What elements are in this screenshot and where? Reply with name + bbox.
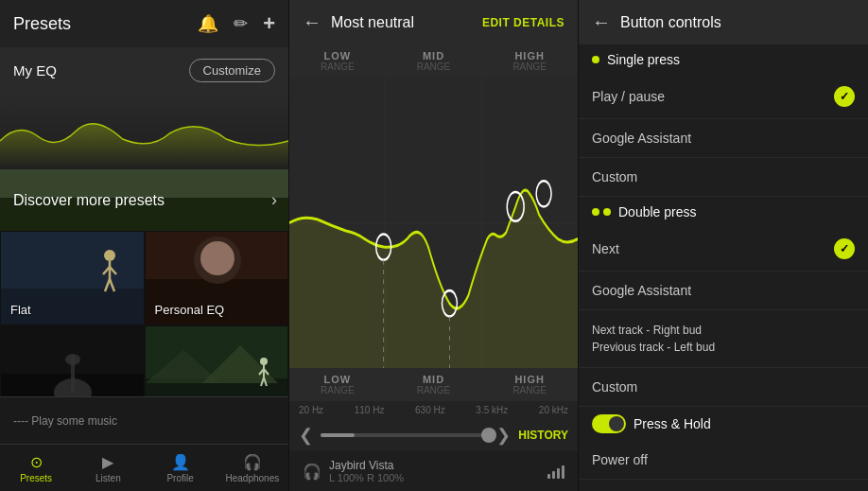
presets-body: Discover more presets › bbox=[0, 169, 288, 396]
control-google-assistant-double[interactable]: Google Assistant bbox=[579, 272, 868, 310]
bottom-nav: ⊙ Presets ▶ Listen 👤 Profile 🎧 Headphone… bbox=[0, 444, 288, 491]
history-button[interactable]: HISTORY bbox=[518, 429, 568, 442]
single-press-title: Single press bbox=[607, 52, 680, 67]
svg-point-22 bbox=[65, 354, 80, 365]
vol-bar-4 bbox=[562, 465, 564, 479]
play-pause-check: ✓ bbox=[834, 86, 855, 107]
play-status-text: ---- Play some music bbox=[13, 414, 117, 428]
control-play-pause[interactable]: Play / pause ✓ bbox=[579, 75, 868, 119]
profile-tab-icon: 👤 bbox=[171, 453, 190, 471]
profile-tab-label: Profile bbox=[166, 473, 193, 483]
preset-personal-eq[interactable]: Personal EQ bbox=[145, 231, 289, 325]
eq-volume-controls: ❮ ❯ HISTORY bbox=[289, 419, 578, 451]
add-icon[interactable]: + bbox=[263, 11, 275, 36]
bell-icon[interactable]: 🔔 bbox=[198, 13, 218, 34]
eq-wave-display bbox=[0, 94, 288, 169]
control-volume-updown[interactable]: Volume up - Right budVolume down - Left … bbox=[579, 480, 868, 491]
eq-next-btn[interactable]: ❯ bbox=[496, 425, 511, 446]
volume-indicator bbox=[547, 464, 564, 479]
eq-graph[interactable] bbox=[289, 78, 578, 368]
single-press-dots bbox=[592, 56, 599, 63]
preset-flat-label: Flat bbox=[10, 303, 31, 317]
control-custom-single[interactable]: Custom bbox=[579, 158, 868, 197]
next-prev-track-label: Next track - Right budPrevious track - L… bbox=[592, 322, 715, 356]
eq-freq-labels: 20 Hz 110 Hz 630 Hz 3.5 kHz 20 kHz bbox=[289, 401, 578, 419]
discover-banner[interactable]: Discover more presets › bbox=[0, 169, 288, 231]
eq-editor-panel: ← Most neutral EDIT DETAILS LOW RANGE MI… bbox=[289, 0, 579, 491]
button-controls-title: Button controls bbox=[620, 14, 721, 31]
freq-630hz: 630 Hz bbox=[415, 405, 445, 415]
eq-range-labels-bottom: LOW RANGE MID RANGE HIGH RANGE bbox=[289, 368, 578, 401]
nav-tab-presets[interactable]: ⊙ Presets bbox=[0, 445, 72, 491]
double-press-dot-2 bbox=[603, 208, 611, 216]
customize-button[interactable]: Customize bbox=[189, 59, 275, 82]
eq-range-mid-bottom: MID RANGE bbox=[386, 374, 482, 395]
play-pause-label: Play / pause bbox=[592, 89, 665, 104]
svg-point-27 bbox=[260, 358, 268, 365]
device-volume-top: L 100% R 100% bbox=[329, 472, 404, 483]
device-text-group: Jaybird Vista L 100% R 100% bbox=[329, 459, 404, 483]
power-off-label: Power off bbox=[592, 452, 648, 467]
eq-range-high: HIGH RANGE bbox=[481, 50, 578, 72]
presets-header: Presets 🔔 ✏ + bbox=[0, 0, 288, 47]
eq-range-high-bottom-main: HIGH bbox=[481, 374, 578, 385]
eq-volume-slider-track[interactable] bbox=[321, 433, 489, 437]
eq-range-high-sub: RANGE bbox=[481, 61, 578, 72]
control-custom-double[interactable]: Custom bbox=[579, 368, 868, 407]
device-name-top: Jaybird Vista bbox=[329, 459, 404, 472]
press-hold-title: Press & Hold bbox=[634, 416, 711, 431]
eq-preset-name: Most neutral bbox=[331, 14, 473, 31]
control-power-off[interactable]: Power off bbox=[579, 441, 868, 480]
eq-range-low-bottom: LOW RANGE bbox=[289, 374, 386, 395]
press-hold-toggle-thumb bbox=[609, 416, 624, 431]
press-hold-toggle[interactable] bbox=[592, 414, 626, 433]
header-icons: 🔔 ✏ + bbox=[198, 11, 275, 36]
eq-curve-svg bbox=[289, 78, 578, 368]
next-label: Next bbox=[592, 241, 619, 256]
eq-range-low: LOW RANGE bbox=[289, 50, 386, 72]
eq-device-bar-top: 🎧 Jaybird Vista L 100% R 100% bbox=[289, 451, 578, 491]
nav-tab-listen[interactable]: ▶ Listen bbox=[72, 445, 144, 491]
edit-icon[interactable]: ✏ bbox=[234, 13, 248, 34]
eq-volume-slider-fill bbox=[321, 433, 355, 437]
eq-volume-slider-thumb[interactable] bbox=[481, 428, 496, 443]
button-controls-header: ← Button controls bbox=[579, 0, 868, 44]
button-controls-back-icon[interactable]: ← bbox=[592, 11, 611, 33]
freq-110hz: 110 Hz bbox=[355, 405, 385, 415]
eq-range-labels-top: LOW RANGE MID RANGE HIGH RANGE bbox=[289, 44, 578, 78]
eq-range-high-main: HIGH bbox=[481, 50, 578, 61]
play-status-bar: ---- Play some music bbox=[0, 396, 288, 444]
control-next[interactable]: Next ✓ bbox=[579, 227, 868, 272]
svg-point-8 bbox=[104, 250, 115, 261]
device-info-top: 🎧 Jaybird Vista L 100% R 100% bbox=[303, 459, 404, 483]
vol-bar-1 bbox=[547, 474, 550, 479]
single-press-header: Single press bbox=[579, 44, 868, 75]
custom-single-label: Custom bbox=[592, 169, 637, 184]
google-assistant-double-label: Google Assistant bbox=[592, 283, 691, 298]
my-eq-label: My EQ bbox=[13, 62, 57, 79]
svg-point-39 bbox=[536, 181, 551, 206]
eq-range-mid-main: MID bbox=[386, 50, 482, 61]
presets-tab-icon: ⊙ bbox=[30, 453, 43, 471]
edit-details-button[interactable]: EDIT DETAILS bbox=[482, 16, 564, 29]
eq-waveform-svg bbox=[0, 94, 288, 169]
preset-signature[interactable]: Signature bbox=[0, 325, 145, 396]
device-headphones-icon: 🎧 bbox=[303, 463, 321, 481]
eq-range-mid-bottom-sub: RANGE bbox=[386, 385, 482, 395]
listen-tab-icon: ▶ bbox=[102, 453, 113, 471]
control-next-prev-track[interactable]: Next track - Right budPrevious track - L… bbox=[579, 310, 868, 368]
eq-editor-header: ← Most neutral EDIT DETAILS bbox=[289, 0, 578, 44]
freq-35khz: 3.5 kHz bbox=[476, 405, 508, 415]
preset-flat[interactable]: Flat bbox=[0, 231, 145, 325]
eq-back-icon[interactable]: ← bbox=[303, 11, 321, 33]
preset-timothy-olson[interactable]: Timothy Olson bbox=[145, 325, 289, 396]
eq-prev-btn[interactable]: ❮ bbox=[299, 425, 313, 446]
nav-tab-headphones[interactable]: 🎧 Headphones bbox=[217, 445, 288, 491]
nav-tab-profile[interactable]: 👤 Profile bbox=[145, 445, 217, 491]
headphones-tab-icon: 🎧 bbox=[243, 453, 262, 471]
eq-range-mid-bottom-main: MID bbox=[386, 374, 482, 385]
eq-range-high-bottom-sub: RANGE bbox=[481, 385, 578, 395]
control-google-assistant-single[interactable]: Google Assistant bbox=[579, 119, 868, 158]
discover-arrow-icon: › bbox=[271, 190, 288, 210]
double-press-title: Double press bbox=[618, 204, 697, 219]
